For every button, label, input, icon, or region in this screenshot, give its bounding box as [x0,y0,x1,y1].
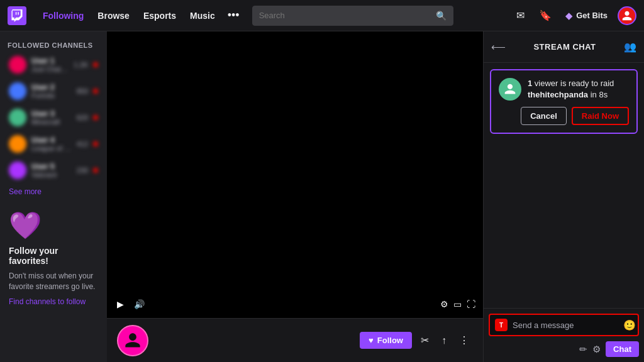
chat-collapse-button[interactable]: ⟵ [491,41,506,53]
raid-channel: thehitechpanda [528,90,588,99]
sidebar-viewers-1: 1.2K [74,61,88,69]
sidebar-viewers-4: 412 [77,140,88,148]
sidebar-game-1: Just Chatting [31,65,69,73]
sidebar-game-3: Minecraft [31,118,72,126]
sidebar-viewers-2: 850 [77,87,88,95]
promo-subtitle: Don't miss out when your favorite stream… [9,271,98,292]
sidebar-name-4: User 4 [31,136,72,145]
chat-bottom-actions: ✏ ⚙ Chat [489,341,639,357]
sidebar-item-5[interactable]: User 5 Valorant 230 [3,158,104,183]
nav-more[interactable]: ••• [223,6,245,25]
chat-brand-icon: T [495,319,508,331]
user-avatar[interactable] [618,6,636,25]
video-controls: ▶ 🔊 ⚙ ▭ ⛶ [107,290,483,318]
chat-input-wrapper: T 🙂 [489,314,639,336]
channel-info: ♥ Follow ✂ ↑ ⋮ [107,318,483,362]
nav-right-actions: ✉ 🔖 ◆ Get Bits [510,6,636,26]
sidebar-avatar-2 [9,82,26,100]
sidebar-avatar-3 [9,109,26,126]
sidebar-item-2[interactable]: User 2 Fortnite 850 [3,79,104,104]
sidebar-text-5: User 5 Valorant [31,162,72,178]
channel-actions: ♥ Follow ✂ ↑ ⋮ [360,331,473,350]
bits-label: Get Bits [576,11,608,20]
chat-messages[interactable] [484,140,644,308]
sidebar-name-5: User 5 [31,162,72,171]
video-area: ▶ 🔊 ⚙ ▭ ⛶ ♥ Follow [107,31,483,362]
promo-title: Follow your favorites! [9,246,98,266]
sidebar-live-1 [93,62,98,67]
right-chat: ⟵ STREAM CHAT 👥 1 viewer is ready to rai… [483,31,644,362]
raid-cancel-button[interactable]: Cancel [521,107,567,125]
raid-ready-text: is ready to raid [560,79,614,88]
raid-now-button[interactable]: Raid Now [572,107,629,125]
sidebar-text-1: User 1 Just Chatting [31,57,69,73]
main-content: FOLLOWED CHANNELS User 1 Just Chatting 1… [0,31,644,362]
get-bits-button[interactable]: ◆ Get Bits [560,8,613,23]
chat-message-input[interactable] [513,321,618,330]
sidebar-item-3[interactable]: User 3 Minecraft 620 [3,105,104,130]
sidebar-item-1[interactable]: User 1 Just Chatting 1.2K [3,52,104,77]
promo-link[interactable]: Find channels to follow [9,297,86,306]
nav-following[interactable]: Following [36,7,90,25]
sidebar-name-1: User 1 [31,57,69,65]
search-box: 🔍 [252,6,453,26]
follow-button[interactable]: ♥ Follow [360,332,412,349]
search-icon[interactable]: 🔍 [436,11,447,21]
mute-button[interactable]: 🔊 [131,297,147,312]
sidebar-live-5 [93,168,98,173]
channel-avatar [117,325,148,356]
nav-links: Following Browse Esports Music ••• [36,6,245,25]
heart-icon: ♥ [369,336,374,345]
raid-notification: 1 viewer is ready to raid thehitechpanda… [490,69,638,134]
nav-browse[interactable]: Browse [91,7,136,25]
chat-send-button[interactable]: Chat [606,341,639,357]
sidebar-name-3: User 3 [31,109,72,118]
sidebar-game-5: Valorant [31,171,72,178]
follow-label: Follow [377,336,403,345]
raid-actions: Cancel Raid Now [499,107,629,125]
sidebar-live-4 [93,141,98,146]
sidebar-item-4[interactable]: User 4 League of Legends 412 [3,131,104,156]
chat-settings-button[interactable]: ⚙ [592,344,601,355]
raid-countdown: in 8s [591,90,608,99]
sidebar-live-3 [93,115,98,120]
notifications-button[interactable]: ✉ [510,6,530,26]
emoji-button[interactable]: 🙂 [623,319,636,331]
sidebar-section-header: FOLLOWED CHANNELS [0,36,107,52]
chat-input-area: T 🙂 ✏ ⚙ Chat [484,308,644,362]
raid-top: 1 viewer is ready to raid thehitechpanda… [499,78,629,101]
chat-users-button[interactable]: 👥 [624,41,636,53]
search-input[interactable] [259,11,436,20]
sidebar-game-4: League of Legends [31,145,72,152]
sidebar-name-2: User 2 [31,83,72,92]
raid-viewers-count: 1 [528,79,532,88]
video-player[interactable]: ▶ 🔊 ⚙ ▭ ⛶ [107,31,483,318]
ctrl-right: ⚙ ▭ ⛶ [440,299,475,309]
nav-esports[interactable]: Esports [137,7,182,25]
clip-button[interactable]: ✂ [417,331,433,350]
raid-text: 1 viewer is ready to raid thehitechpanda… [528,78,629,101]
sidebar-text-3: User 3 Minecraft [31,109,72,126]
twitch-logo[interactable] [8,6,26,25]
sidebar-live-2 [93,89,98,94]
settings-icon[interactable]: ⚙ [440,299,448,309]
sidebar-avatar-5 [9,162,26,179]
sidebar-see-more[interactable]: See more [0,184,107,200]
chat-title: STREAM CHAT [511,42,619,52]
fullscreen-icon[interactable]: ⛶ [467,299,475,309]
chat-reward-button[interactable]: ✏ [579,344,587,355]
sidebar-game-2: Fortnite [31,92,72,99]
share-button[interactable]: ↑ [438,331,450,350]
theatre-mode-icon[interactable]: ▭ [453,299,462,309]
raid-avatar [499,78,521,101]
sidebar-promo: 💜 Follow your favorites! Don't miss out … [0,200,107,316]
play-button[interactable]: ▶ [114,297,126,312]
more-options-button[interactable]: ⋮ [455,331,473,350]
sidebar-avatar-1 [9,56,26,74]
bookmarks-button[interactable]: 🔖 [535,6,555,26]
nav-music[interactable]: Music [184,7,221,25]
sidebar-viewers-5: 230 [77,167,88,174]
promo-heart-icon: 💜 [9,210,42,241]
sidebar-viewers-3: 620 [77,114,88,121]
sidebar-text-2: User 2 Fortnite [31,83,72,99]
